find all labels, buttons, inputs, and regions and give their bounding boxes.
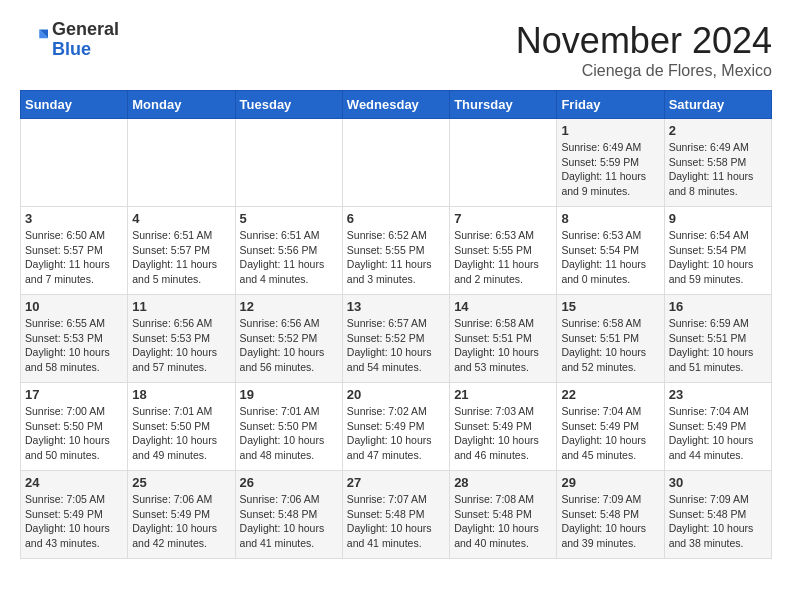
day-number: 29	[561, 475, 659, 490]
day-info: Sunrise: 7:07 AM Sunset: 5:48 PM Dayligh…	[347, 492, 445, 551]
calendar-cell: 2Sunrise: 6:49 AM Sunset: 5:58 PM Daylig…	[664, 119, 771, 207]
day-number: 10	[25, 299, 123, 314]
day-number: 18	[132, 387, 230, 402]
day-number: 16	[669, 299, 767, 314]
calendar-cell	[128, 119, 235, 207]
day-number: 22	[561, 387, 659, 402]
calendar-cell: 5Sunrise: 6:51 AM Sunset: 5:56 PM Daylig…	[235, 207, 342, 295]
calendar-cell	[342, 119, 449, 207]
day-info: Sunrise: 6:50 AM Sunset: 5:57 PM Dayligh…	[25, 228, 123, 287]
logo-blue-text: Blue	[52, 39, 91, 59]
calendar-cell: 3Sunrise: 6:50 AM Sunset: 5:57 PM Daylig…	[21, 207, 128, 295]
day-number: 9	[669, 211, 767, 226]
day-number: 20	[347, 387, 445, 402]
calendar-week-row: 10Sunrise: 6:55 AM Sunset: 5:53 PM Dayli…	[21, 295, 772, 383]
calendar-cell: 23Sunrise: 7:04 AM Sunset: 5:49 PM Dayli…	[664, 383, 771, 471]
day-info: Sunrise: 6:52 AM Sunset: 5:55 PM Dayligh…	[347, 228, 445, 287]
month-title: November 2024	[516, 20, 772, 62]
calendar-cell: 6Sunrise: 6:52 AM Sunset: 5:55 PM Daylig…	[342, 207, 449, 295]
calendar-cell: 7Sunrise: 6:53 AM Sunset: 5:55 PM Daylig…	[450, 207, 557, 295]
day-info: Sunrise: 7:01 AM Sunset: 5:50 PM Dayligh…	[132, 404, 230, 463]
day-number: 12	[240, 299, 338, 314]
day-info: Sunrise: 7:04 AM Sunset: 5:49 PM Dayligh…	[561, 404, 659, 463]
calendar-cell	[21, 119, 128, 207]
logo: General Blue	[20, 20, 119, 60]
day-info: Sunrise: 7:01 AM Sunset: 5:50 PM Dayligh…	[240, 404, 338, 463]
general-blue-icon	[20, 26, 48, 54]
day-number: 17	[25, 387, 123, 402]
day-info: Sunrise: 7:08 AM Sunset: 5:48 PM Dayligh…	[454, 492, 552, 551]
calendar-cell: 24Sunrise: 7:05 AM Sunset: 5:49 PM Dayli…	[21, 471, 128, 559]
calendar-cell: 9Sunrise: 6:54 AM Sunset: 5:54 PM Daylig…	[664, 207, 771, 295]
calendar-cell: 1Sunrise: 6:49 AM Sunset: 5:59 PM Daylig…	[557, 119, 664, 207]
day-number: 8	[561, 211, 659, 226]
day-info: Sunrise: 7:09 AM Sunset: 5:48 PM Dayligh…	[561, 492, 659, 551]
calendar-cell: 27Sunrise: 7:07 AM Sunset: 5:48 PM Dayli…	[342, 471, 449, 559]
calendar-table: SundayMondayTuesdayWednesdayThursdayFrid…	[20, 90, 772, 559]
day-info: Sunrise: 6:56 AM Sunset: 5:52 PM Dayligh…	[240, 316, 338, 375]
calendar-cell: 30Sunrise: 7:09 AM Sunset: 5:48 PM Dayli…	[664, 471, 771, 559]
calendar-cell: 26Sunrise: 7:06 AM Sunset: 5:48 PM Dayli…	[235, 471, 342, 559]
calendar-cell: 21Sunrise: 7:03 AM Sunset: 5:49 PM Dayli…	[450, 383, 557, 471]
calendar-week-row: 1Sunrise: 6:49 AM Sunset: 5:59 PM Daylig…	[21, 119, 772, 207]
calendar-cell: 29Sunrise: 7:09 AM Sunset: 5:48 PM Dayli…	[557, 471, 664, 559]
day-number: 6	[347, 211, 445, 226]
day-info: Sunrise: 6:55 AM Sunset: 5:53 PM Dayligh…	[25, 316, 123, 375]
location-text: Cienega de Flores, Mexico	[516, 62, 772, 80]
day-info: Sunrise: 7:06 AM Sunset: 5:48 PM Dayligh…	[240, 492, 338, 551]
calendar-cell	[450, 119, 557, 207]
calendar-cell: 22Sunrise: 7:04 AM Sunset: 5:49 PM Dayli…	[557, 383, 664, 471]
day-number: 4	[132, 211, 230, 226]
day-number: 26	[240, 475, 338, 490]
weekday-header-thursday: Thursday	[450, 91, 557, 119]
calendar-cell: 19Sunrise: 7:01 AM Sunset: 5:50 PM Dayli…	[235, 383, 342, 471]
calendar-cell: 8Sunrise: 6:53 AM Sunset: 5:54 PM Daylig…	[557, 207, 664, 295]
day-info: Sunrise: 6:51 AM Sunset: 5:56 PM Dayligh…	[240, 228, 338, 287]
day-number: 28	[454, 475, 552, 490]
day-info: Sunrise: 6:53 AM Sunset: 5:54 PM Dayligh…	[561, 228, 659, 287]
day-number: 2	[669, 123, 767, 138]
calendar-header-row: SundayMondayTuesdayWednesdayThursdayFrid…	[21, 91, 772, 119]
day-info: Sunrise: 6:59 AM Sunset: 5:51 PM Dayligh…	[669, 316, 767, 375]
day-info: Sunrise: 7:00 AM Sunset: 5:50 PM Dayligh…	[25, 404, 123, 463]
day-number: 11	[132, 299, 230, 314]
day-info: Sunrise: 7:03 AM Sunset: 5:49 PM Dayligh…	[454, 404, 552, 463]
day-info: Sunrise: 6:49 AM Sunset: 5:58 PM Dayligh…	[669, 140, 767, 199]
day-info: Sunrise: 6:58 AM Sunset: 5:51 PM Dayligh…	[454, 316, 552, 375]
title-block: November 2024 Cienega de Flores, Mexico	[516, 20, 772, 80]
weekday-header-saturday: Saturday	[664, 91, 771, 119]
calendar-cell: 14Sunrise: 6:58 AM Sunset: 5:51 PM Dayli…	[450, 295, 557, 383]
day-number: 13	[347, 299, 445, 314]
calendar-cell: 13Sunrise: 6:57 AM Sunset: 5:52 PM Dayli…	[342, 295, 449, 383]
day-number: 30	[669, 475, 767, 490]
day-number: 27	[347, 475, 445, 490]
day-number: 7	[454, 211, 552, 226]
calendar-cell: 28Sunrise: 7:08 AM Sunset: 5:48 PM Dayli…	[450, 471, 557, 559]
day-number: 19	[240, 387, 338, 402]
day-info: Sunrise: 6:56 AM Sunset: 5:53 PM Dayligh…	[132, 316, 230, 375]
logo-general-text: General	[52, 19, 119, 39]
day-info: Sunrise: 7:06 AM Sunset: 5:49 PM Dayligh…	[132, 492, 230, 551]
day-info: Sunrise: 7:05 AM Sunset: 5:49 PM Dayligh…	[25, 492, 123, 551]
calendar-cell: 4Sunrise: 6:51 AM Sunset: 5:57 PM Daylig…	[128, 207, 235, 295]
calendar-week-row: 3Sunrise: 6:50 AM Sunset: 5:57 PM Daylig…	[21, 207, 772, 295]
day-info: Sunrise: 7:02 AM Sunset: 5:49 PM Dayligh…	[347, 404, 445, 463]
calendar-week-row: 17Sunrise: 7:00 AM Sunset: 5:50 PM Dayli…	[21, 383, 772, 471]
day-info: Sunrise: 6:53 AM Sunset: 5:55 PM Dayligh…	[454, 228, 552, 287]
calendar-cell: 12Sunrise: 6:56 AM Sunset: 5:52 PM Dayli…	[235, 295, 342, 383]
day-info: Sunrise: 7:04 AM Sunset: 5:49 PM Dayligh…	[669, 404, 767, 463]
day-number: 14	[454, 299, 552, 314]
calendar-week-row: 24Sunrise: 7:05 AM Sunset: 5:49 PM Dayli…	[21, 471, 772, 559]
calendar-cell: 25Sunrise: 7:06 AM Sunset: 5:49 PM Dayli…	[128, 471, 235, 559]
calendar-cell: 11Sunrise: 6:56 AM Sunset: 5:53 PM Dayli…	[128, 295, 235, 383]
day-info: Sunrise: 6:54 AM Sunset: 5:54 PM Dayligh…	[669, 228, 767, 287]
day-number: 21	[454, 387, 552, 402]
calendar-cell: 15Sunrise: 6:58 AM Sunset: 5:51 PM Dayli…	[557, 295, 664, 383]
weekday-header-wednesday: Wednesday	[342, 91, 449, 119]
weekday-header-tuesday: Tuesday	[235, 91, 342, 119]
weekday-header-friday: Friday	[557, 91, 664, 119]
day-number: 3	[25, 211, 123, 226]
day-info: Sunrise: 6:49 AM Sunset: 5:59 PM Dayligh…	[561, 140, 659, 199]
calendar-cell: 18Sunrise: 7:01 AM Sunset: 5:50 PM Dayli…	[128, 383, 235, 471]
day-number: 1	[561, 123, 659, 138]
